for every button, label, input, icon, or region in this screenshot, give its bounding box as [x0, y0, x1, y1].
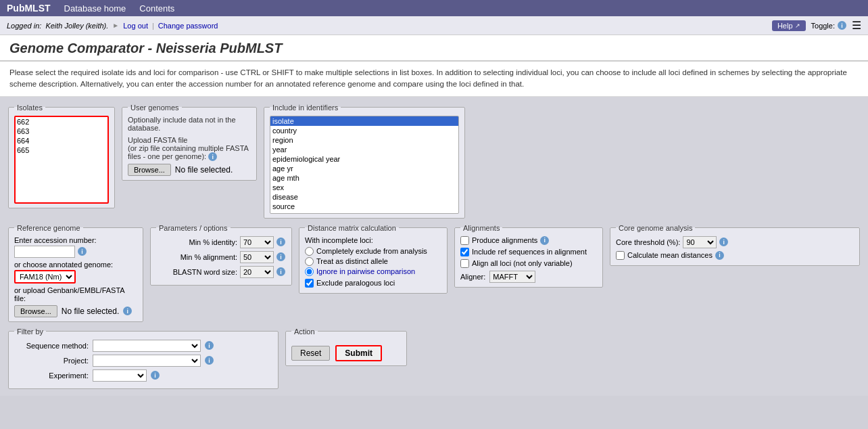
login-bar: Logged in: Keith Jolley (keith). ► Log o…	[0, 16, 868, 35]
params-fieldset: Parameters / options Min % identity: 708…	[150, 224, 292, 286]
ref-browse-button[interactable]: Browse...	[14, 305, 57, 317]
core-genome-section: Core genome analysis Core threshold (%):…	[610, 224, 860, 322]
core-threshold-select[interactable]: 908095100	[683, 236, 717, 248]
exclude-paralogous-checkbox[interactable]	[305, 279, 314, 288]
exclude-radio[interactable]	[305, 247, 314, 256]
identifiers-listbox[interactable]: isolatecountryregionyearepidemiological …	[270, 116, 459, 214]
min-alignment-label: Min % alignment:	[156, 253, 237, 261]
core-threshold-info: i	[719, 238, 728, 246]
exclude-label: Completely exclude from analysis	[316, 247, 427, 255]
isolates-section: Isolates 662663664665	[8, 104, 115, 219]
ref-genome-legend: Reference genome	[14, 224, 83, 232]
exclude-paralogous-label: Exclude paralogous loci	[316, 279, 395, 287]
submit-button[interactable]: Submit	[335, 345, 382, 361]
user-genomes-fieldset: User genomes Optionally include data not…	[122, 104, 257, 181]
min-alignment-info: i	[276, 252, 285, 261]
page-title: Genome Comparator - Neisseria PubMLST	[9, 41, 859, 56]
help-button[interactable]: Help ↗	[772, 20, 806, 31]
experiment-select[interactable]	[93, 369, 147, 382]
middle-row: Reference genome Enter accession number:…	[8, 224, 860, 322]
external-link-icon: ↗	[795, 22, 800, 29]
toggle-button[interactable]: Toggle: i	[811, 21, 846, 30]
blastn-label: BLASTN word size:	[156, 268, 237, 276]
min-identity-label: Min % identity:	[156, 238, 237, 246]
user-info: Keith Jolley (keith).	[45, 22, 108, 30]
accession-info-icon: i	[78, 247, 87, 256]
ignore-radio[interactable]	[305, 267, 314, 276]
distance-legend: Distance matrix calculation	[305, 224, 399, 232]
info-icon: i	[838, 21, 846, 30]
incomplete-label: With incomplete loci:	[305, 236, 441, 244]
nav-contents[interactable]: Contents	[139, 3, 174, 14]
experiment-label: Experiment:	[14, 371, 89, 380]
description-text: Please select the required isolate ids a…	[0, 62, 868, 97]
upload-info-icon: i	[208, 152, 217, 161]
accession-label: Enter accession number:	[14, 236, 137, 244]
accession-input[interactable]	[14, 246, 75, 258]
alignments-section: Alignments Produce alignments i Include …	[454, 224, 603, 322]
isolates-legend: Isolates	[14, 104, 45, 112]
project-select[interactable]	[93, 355, 201, 367]
page-title-bar: Genome Comparator - Neisseria PubMLST	[0, 35, 868, 62]
align-all-label: Align all loci (not only variable)	[472, 259, 573, 267]
aligner-label: Aligner:	[460, 273, 485, 281]
top-row: Isolates 662663664665 User genomes Optio…	[8, 104, 860, 219]
min-identity-select[interactable]: 7080906050	[240, 236, 274, 248]
user-genomes-description: Optionally include data not in the datab…	[128, 116, 251, 132]
include-ref-label: Include ref sequences in alignment	[472, 248, 587, 256]
change-password-link[interactable]: Change password	[158, 22, 218, 30]
distance-section: Distance matrix calculation With incompl…	[299, 224, 448, 322]
alignments-fieldset: Alignments Produce alignments i Include …	[454, 224, 603, 288]
project-label: Project:	[14, 357, 89, 365]
or-upload-label: or upload Genbank/EMBL/FASTA file:	[14, 286, 137, 302]
action-legend: Action	[291, 328, 318, 336]
or-choose-label: or choose annotated genome:	[14, 261, 137, 269]
reset-button[interactable]: Reset	[291, 346, 330, 361]
blastn-select[interactable]: 20111528	[240, 266, 274, 278]
produce-alignments-checkbox[interactable]	[460, 236, 469, 245]
brand-logo[interactable]: PubMLST	[7, 3, 51, 14]
core-threshold-label: Core threshold (%):	[616, 238, 680, 246]
distinct-radio[interactable]	[305, 257, 314, 266]
bottom-row: Filter by Sequence method: i Project: i	[8, 328, 860, 389]
browse-button[interactable]: Browse...	[128, 164, 171, 176]
log-out-arrow: ►	[112, 22, 119, 29]
action-section: Action Reset Submit	[285, 328, 407, 389]
identifiers-fieldset: Include in identifiers isolatecountryreg…	[264, 104, 465, 219]
nav-database-home[interactable]: Database home	[64, 3, 126, 14]
filter-fieldset: Filter by Sequence method: i Project: i	[8, 328, 279, 389]
browse-row: Browse... No file selected.	[128, 164, 251, 176]
action-fieldset: Action Reset Submit	[285, 328, 407, 366]
top-navigation: PubMLST Database home Contents	[0, 0, 868, 16]
ref-upload-info-icon: i	[123, 307, 132, 315]
min-identity-info: i	[276, 238, 285, 246]
params-section: Parameters / options Min % identity: 708…	[150, 224, 292, 322]
mean-distances-checkbox[interactable]	[616, 251, 625, 260]
experiment-info: i	[151, 371, 160, 380]
produce-alignments-info: i	[540, 236, 549, 245]
alignments-legend: Alignments	[460, 224, 502, 232]
include-ref-checkbox[interactable]	[460, 248, 469, 256]
align-all-checkbox[interactable]	[460, 259, 469, 268]
seq-method-info: i	[205, 341, 214, 350]
user-genomes-section: User genomes Optionally include data not…	[122, 104, 257, 219]
mean-distances-info: i	[715, 251, 724, 260]
identifiers-section: Include in identifiers isolatecountryreg…	[264, 104, 465, 219]
min-alignment-select[interactable]: 5060708040	[240, 251, 274, 263]
sequence-method-select[interactable]	[93, 340, 201, 352]
ref-no-file-label: No file selected.	[62, 307, 119, 316]
annotated-genome-select[interactable]: FAM18 (Nm)Option2	[14, 270, 76, 284]
hamburger-menu[interactable]: ☰	[852, 19, 861, 32]
ref-genome-fieldset: Reference genome Enter accession number:…	[8, 224, 143, 322]
seq-method-label: Sequence method:	[14, 342, 89, 350]
aligner-select[interactable]: MAFFTMUSCLE	[489, 271, 535, 283]
core-genome-fieldset: Core genome analysis Core threshold (%):…	[610, 224, 860, 266]
logged-in-label: Logged in:	[7, 22, 41, 30]
isolates-listbox[interactable]: 662663664665	[14, 116, 109, 204]
produce-alignments-label: Produce alignments	[472, 236, 537, 244]
no-file-label: No file selected.	[175, 165, 233, 175]
ref-genome-section: Reference genome Enter accession number:…	[8, 224, 143, 322]
log-out-link[interactable]: Log out	[123, 22, 148, 30]
blastn-info: i	[276, 267, 285, 276]
ignore-label: Ignore in pairwise comparison	[316, 267, 415, 275]
